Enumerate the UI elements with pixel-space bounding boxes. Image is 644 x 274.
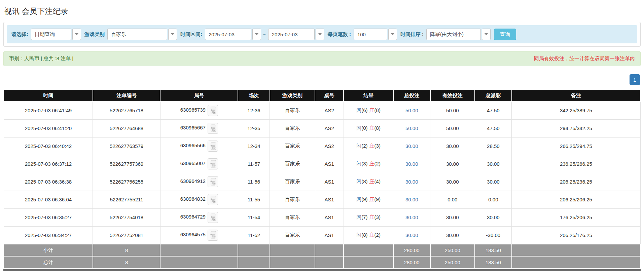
date-from-picker[interactable]: 2025-07-03 <box>205 29 261 40</box>
total-bet-link[interactable]: 50.00 <box>405 108 418 113</box>
video-replay-button[interactable] <box>208 212 218 223</box>
cell-total-bet: 50.00 <box>393 119 430 137</box>
cell-time: 2025-07-03 06:41:49 <box>4 102 93 119</box>
total-bet-link[interactable]: 30.00 <box>405 179 418 185</box>
video-replay-button[interactable] <box>208 123 218 134</box>
result-banker-label: 庄 <box>369 179 374 184</box>
video-replay-button[interactable] <box>208 105 218 116</box>
total-bet-link[interactable]: 30.00 <box>405 214 418 220</box>
cell-session: 12-36 <box>238 102 270 119</box>
cell-session: 11-52 <box>238 226 270 244</box>
video-replay-button[interactable] <box>208 158 218 169</box>
cell-bet-no: 522627752081 <box>93 226 160 244</box>
total-bet-link[interactable]: 50.00 <box>405 125 418 131</box>
video-file-icon <box>209 160 216 168</box>
total-bet-link[interactable]: 30.00 <box>405 232 418 238</box>
total-bet-link[interactable]: 30.00 <box>405 161 418 167</box>
header-result: 结果 <box>344 89 393 102</box>
cell-table-no: AS1 <box>315 173 344 191</box>
date-to-dropdown-button[interactable] <box>316 29 324 40</box>
cell-session: 11-55 <box>238 191 270 208</box>
cell-total-bet: 30.00 <box>393 155 430 173</box>
video-replay-button[interactable] <box>208 230 218 241</box>
table-totals: 小计 8 280.00 250.00 183.50 总计 8 <box>4 244 640 268</box>
cell-valid-bet: 50.00 <box>430 102 475 119</box>
cell-note: 206.25/236.25 <box>512 173 640 191</box>
date-to-value[interactable]: 2025-07-03 <box>268 29 315 40</box>
bet-records-table: 时间 注单编号 局号 场次 游戏类别 桌号 结果 总投注 有效投注 总派彩 备注… <box>3 89 641 269</box>
cell-empty <box>344 244 393 256</box>
video-replay-button[interactable] <box>208 141 218 152</box>
caret-down-icon <box>75 33 78 35</box>
table-row: 2025-07-03 06:41:20 522627764688 6309656… <box>4 119 640 137</box>
cell-session: 12-35 <box>238 119 270 137</box>
video-replay-button[interactable] <box>208 176 218 187</box>
cell-empty <box>344 256 393 268</box>
table-row: 2025-07-03 06:35:27 522627754018 6309647… <box>4 208 640 226</box>
cell-total-bet: 30.00 <box>393 191 430 208</box>
cell-total-bet: 30.00 <box>393 226 430 244</box>
result-banker-label: 庄 <box>369 196 374 202</box>
cell-round-no: 630965566 <box>160 137 238 155</box>
time-sort-label: 时间排序 : <box>400 31 424 38</box>
cell-valid-bet: 0.00 <box>430 191 475 208</box>
cell-game-type: 百家乐 <box>270 102 315 119</box>
query-type-dropdown-button[interactable] <box>72 29 81 40</box>
header-note: 备注 <box>512 89 640 102</box>
table-body: 2025-07-03 06:41:49 522627765718 6309657… <box>4 102 640 244</box>
pagination: 1 <box>4 74 640 85</box>
round-no-text: 630964729 <box>180 214 206 220</box>
query-type-combobox[interactable]: 日期查询 <box>31 29 81 40</box>
header-round-no: 局号 <box>160 89 238 102</box>
game-type-label: 游戏类别 <box>84 31 105 38</box>
result-banker-score: (9) <box>374 196 381 202</box>
time-sort-dropdown-button[interactable] <box>482 29 491 40</box>
summary-note-text: 同局有效投注，统一计算在该局第一张注单内 <box>534 55 635 62</box>
game-type-value[interactable]: 百家乐 <box>107 29 167 40</box>
cell-empty <box>160 256 238 268</box>
filter-bar: 请选择: 日期查询 游戏类别 百家乐 时间区间: 2025-07-03 ~ 20… <box>7 25 637 43</box>
video-replay-button[interactable] <box>208 194 218 205</box>
cell-note: 342.25/389.75 <box>512 102 640 119</box>
date-from-value[interactable]: 2025-07-03 <box>205 29 251 40</box>
cell-game-type: 百家乐 <box>270 191 315 208</box>
game-type-combobox[interactable]: 百家乐 <box>107 29 177 40</box>
subtotal-label: 小计 <box>4 244 93 256</box>
cell-empty <box>512 244 640 256</box>
result-player-label: 闲 <box>356 143 361 149</box>
result-player-score: (6) <box>361 107 367 113</box>
page-content: 视讯 会员下注纪录 请选择: 日期查询 游戏类别 百家乐 时间区间: 2025-… <box>0 0 644 271</box>
cell-session: 11-56 <box>238 173 270 191</box>
cell-payout: 30.00 <box>475 173 512 191</box>
cell-valid-bet: 30.00 <box>430 155 475 173</box>
page-size-value[interactable]: 100 <box>354 29 387 40</box>
page-size-dropdown-button[interactable] <box>388 29 397 40</box>
total-bet-link[interactable]: 30.00 <box>405 197 418 202</box>
query-type-value[interactable]: 日期查询 <box>31 29 71 40</box>
date-from-dropdown-button[interactable] <box>252 29 261 40</box>
subtotal-row: 小计 8 280.00 250.00 183.50 <box>4 244 640 256</box>
game-type-dropdown-button[interactable] <box>168 29 177 40</box>
cell-payout: 28.50 <box>475 137 512 155</box>
cell-total-bet: 30.00 <box>393 208 430 226</box>
cell-round-no: 630964729 <box>160 208 238 226</box>
date-to-picker[interactable]: 2025-07-03 <box>268 29 324 40</box>
cell-note: 206.25/176.25 <box>512 226 640 244</box>
result-player-score: (2) <box>361 143 367 149</box>
result-banker-label: 庄 <box>369 143 374 149</box>
grand-total-row: 总计 8 280.00 250.00 183.50 <box>4 256 640 268</box>
cell-table-no: AS1 <box>315 226 344 244</box>
time-sort-combobox[interactable]: 降幂(由大到小) <box>426 29 491 40</box>
cell-note: 236.25/266.25 <box>512 155 640 173</box>
cell-result: 闲(3)庄(2) <box>344 155 393 173</box>
search-button[interactable]: 查询 <box>494 29 516 40</box>
page-1-button[interactable]: 1 <box>630 74 640 85</box>
table-row: 2025-07-03 06:36:04 522627755211 6309648… <box>4 191 640 208</box>
cell-empty <box>315 244 344 256</box>
video-file-icon <box>209 107 216 115</box>
total-bet-link[interactable]: 30.00 <box>405 143 418 149</box>
time-sort-value[interactable]: 降幂(由大到小) <box>426 29 481 40</box>
result-player-score: (8) <box>361 179 367 184</box>
page-size-combobox[interactable]: 100 <box>354 29 397 40</box>
result-player-label: 闲 <box>356 161 361 166</box>
